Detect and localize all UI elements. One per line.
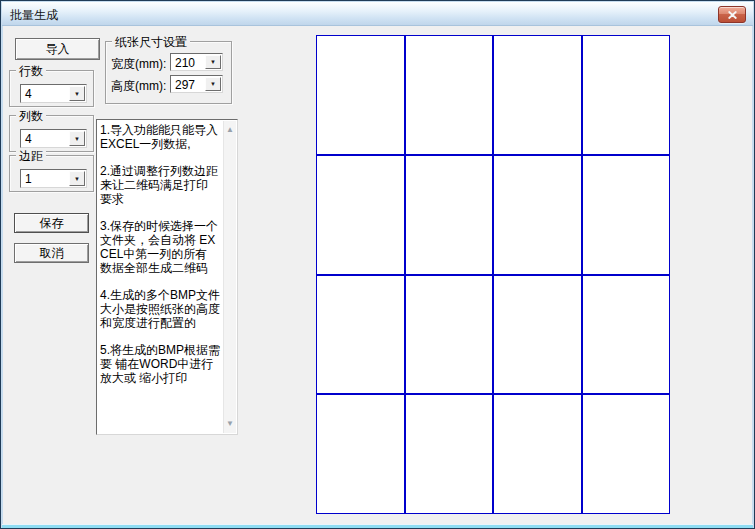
import-button[interactable]: 导入 <box>15 38 100 60</box>
preview-cell <box>405 155 494 275</box>
cols-group: 列数 4 ▼ <box>9 115 94 152</box>
preview-cell <box>316 275 405 395</box>
instruction-item: 5.将生成的BMP根据需要 铺在WORD中进行放大或 缩小打印 <box>100 343 220 385</box>
preview-cell <box>493 155 582 275</box>
close-icon <box>728 11 737 19</box>
cols-group-label: 列数 <box>16 108 46 125</box>
window-title: 批量生成 <box>10 7 58 24</box>
instructions-text: 1.导入功能能只能导入EXCEL一列数据, 2.通过调整行列数边距 来让二维码满… <box>100 123 220 398</box>
preview-cell <box>493 275 582 395</box>
chevron-down-icon: ▼ <box>74 176 80 182</box>
margin-select[interactable]: 1 ▼ <box>20 169 87 188</box>
preview-cell <box>405 275 494 395</box>
paper-width-value: 210 <box>175 56 195 70</box>
chevron-down-icon: ▼ <box>210 81 216 87</box>
preview-cell <box>582 275 671 395</box>
scroll-down-button[interactable]: ▼ <box>224 417 236 431</box>
save-button[interactable]: 保存 <box>14 213 89 233</box>
preview-cell <box>582 394 671 514</box>
rows-select-arrow-button[interactable]: ▼ <box>69 86 85 101</box>
scroll-up-button[interactable]: ▲ <box>224 123 236 137</box>
preview-cell <box>582 155 671 275</box>
title-bar[interactable]: 批量生成 <box>2 2 753 26</box>
instruction-item: 3.保存的时候选择一个 文件夹，会自动将 EXCEL中第一列的所有 数据全部生成… <box>100 219 220 275</box>
margin-select-arrow-button[interactable]: ▼ <box>69 171 85 186</box>
preview-cell <box>493 394 582 514</box>
instruction-item: 1.导入功能能只能导入EXCEL一列数据, <box>100 123 220 151</box>
paper-size-group: 纸张尺寸设置 宽度(mm): 210 ▼ 高度(mm): 297 ▼ <box>105 41 232 104</box>
triangle-down-icon: ▼ <box>226 420 234 428</box>
listbox-scrollbar[interactable]: ▲ ▼ <box>223 121 236 433</box>
paper-width-arrow-button[interactable]: ▼ <box>205 55 221 69</box>
instruction-item: 4.生成的多个BMP文件 大小是按照纸张的高度 和宽度进行配置的 <box>100 288 220 330</box>
paper-height-arrow-button[interactable]: ▼ <box>205 77 221 91</box>
preview-cell <box>405 35 494 155</box>
cols-select-value: 4 <box>25 132 32 146</box>
cols-select[interactable]: 4 ▼ <box>20 129 87 148</box>
preview-cell <box>316 155 405 275</box>
chevron-down-icon: ▼ <box>74 91 80 97</box>
paper-height-value: 297 <box>175 78 195 92</box>
rows-group: 行数 4 ▼ <box>9 70 94 107</box>
instructions-listbox[interactable]: 1.导入功能能只能导入EXCEL一列数据, 2.通过调整行列数边距 来让二维码满… <box>96 119 238 435</box>
cancel-button[interactable]: 取消 <box>14 243 89 263</box>
rows-select-value: 4 <box>25 87 32 101</box>
paper-height-select[interactable]: 297 ▼ <box>170 75 223 93</box>
chevron-down-icon: ▼ <box>210 59 216 65</box>
margin-select-value: 1 <box>25 172 32 186</box>
close-button[interactable] <box>718 6 746 23</box>
dialog-window: 批量生成 导入 行数 4 ▼ 列数 4 ▼ <box>0 0 755 529</box>
client-area: 导入 行数 4 ▼ 列数 4 ▼ 边距 1 <box>3 26 752 525</box>
triangle-up-icon: ▲ <box>226 126 234 134</box>
preview-cell <box>493 35 582 155</box>
rows-group-label: 行数 <box>16 63 46 80</box>
paper-height-label: 高度(mm): <box>111 78 166 95</box>
paper-size-group-title: 纸张尺寸设置 <box>112 34 190 51</box>
chevron-down-icon: ▼ <box>74 136 80 142</box>
paper-width-label: 宽度(mm): <box>111 56 166 73</box>
margin-group-label: 边距 <box>16 148 46 165</box>
rows-select[interactable]: 4 ▼ <box>20 84 87 103</box>
cols-select-arrow-button[interactable]: ▼ <box>69 131 85 146</box>
margin-group: 边距 1 ▼ <box>9 155 94 192</box>
preview-cell <box>316 35 405 155</box>
preview-cell <box>582 35 671 155</box>
preview-grid <box>316 35 670 514</box>
paper-width-select[interactable]: 210 ▼ <box>170 53 223 71</box>
preview-cell <box>316 394 405 514</box>
instruction-item: 2.通过调整行列数边距 来让二维码满足打印 要求 <box>100 164 220 206</box>
preview-cell <box>405 394 494 514</box>
